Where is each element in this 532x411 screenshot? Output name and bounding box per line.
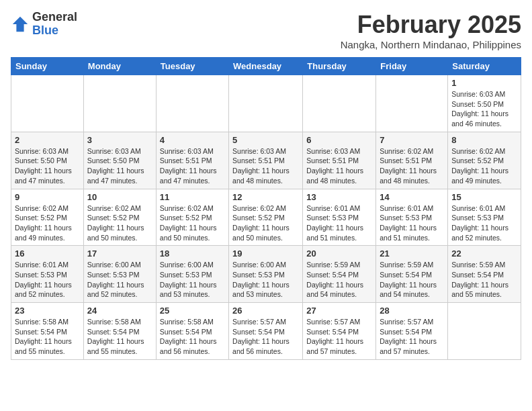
calendar-header-sunday: Sunday (11, 58, 84, 75)
day-number: 24 (87, 306, 152, 316)
day-info: Sunrise: 5:58 AM Sunset: 5:54 PM Dayligh… (15, 317, 80, 357)
calendar-cell: 2Sunrise: 6:03 AM Sunset: 5:50 PM Daylig… (11, 132, 84, 189)
calendar-title: February 2025 (341, 11, 521, 39)
logo: General Blue (11, 11, 77, 38)
day-number: 27 (306, 306, 372, 316)
calendar-cell: 8Sunrise: 6:02 AM Sunset: 5:52 PM Daylig… (448, 132, 521, 189)
calendar-cell: 5Sunrise: 6:03 AM Sunset: 5:51 PM Daylig… (229, 132, 303, 189)
day-number: 10 (87, 192, 152, 202)
day-number: 16 (15, 248, 80, 259)
calendar-cell: 4Sunrise: 6:03 AM Sunset: 5:51 PM Daylig… (156, 132, 228, 189)
day-info: Sunrise: 5:58 AM Sunset: 5:54 PM Dayligh… (160, 317, 225, 357)
day-info: Sunrise: 6:02 AM Sunset: 5:52 PM Dayligh… (451, 146, 517, 186)
day-info: Sunrise: 5:57 AM Sunset: 5:54 PM Dayligh… (306, 317, 372, 357)
calendar-cell: 25Sunrise: 5:58 AM Sunset: 5:54 PM Dayli… (156, 303, 228, 360)
day-info: Sunrise: 6:01 AM Sunset: 5:53 PM Dayligh… (306, 203, 372, 243)
day-number: 26 (232, 306, 299, 316)
day-info: Sunrise: 6:03 AM Sunset: 5:50 PM Dayligh… (87, 146, 152, 186)
calendar-cell: 6Sunrise: 6:03 AM Sunset: 5:51 PM Daylig… (303, 132, 376, 189)
calendar-week-3: 9Sunrise: 6:02 AM Sunset: 5:52 PM Daylig… (11, 189, 521, 246)
day-number: 13 (306, 192, 372, 202)
calendar-cell: 13Sunrise: 6:01 AM Sunset: 5:53 PM Dayli… (303, 189, 376, 246)
day-info: Sunrise: 6:02 AM Sunset: 5:52 PM Dayligh… (87, 203, 152, 243)
calendar-cell: 23Sunrise: 5:58 AM Sunset: 5:54 PM Dayli… (11, 303, 84, 360)
calendar-header-tuesday: Tuesday (156, 58, 228, 75)
page-header: General Blue February 2025 Nangka, North… (11, 11, 521, 50)
calendar-cell: 20Sunrise: 5:59 AM Sunset: 5:54 PM Dayli… (303, 246, 376, 303)
calendar-cell: 15Sunrise: 6:01 AM Sunset: 5:53 PM Dayli… (448, 189, 521, 246)
day-number: 15 (451, 192, 517, 202)
calendar-cell: 27Sunrise: 5:57 AM Sunset: 5:54 PM Dayli… (303, 303, 376, 360)
calendar-cell (156, 75, 228, 132)
calendar-table: SundayMondayTuesdayWednesdayThursdayFrid… (11, 57, 521, 360)
calendar-cell: 3Sunrise: 6:03 AM Sunset: 5:50 PM Daylig… (83, 132, 156, 189)
logo-blue: Blue (32, 24, 58, 37)
calendar-cell: 19Sunrise: 6:00 AM Sunset: 5:53 PM Dayli… (229, 246, 303, 303)
day-info: Sunrise: 6:00 AM Sunset: 5:53 PM Dayligh… (160, 260, 225, 300)
day-info: Sunrise: 6:03 AM Sunset: 5:51 PM Dayligh… (160, 146, 225, 186)
day-info: Sunrise: 6:02 AM Sunset: 5:52 PM Dayligh… (15, 203, 80, 243)
calendar-cell: 10Sunrise: 6:02 AM Sunset: 5:52 PM Dayli… (83, 189, 156, 246)
day-number: 7 (380, 135, 444, 145)
calendar-cell: 21Sunrise: 5:59 AM Sunset: 5:54 PM Dayli… (376, 246, 448, 303)
logo-general: General (32, 10, 77, 24)
day-number: 12 (232, 192, 299, 202)
day-number: 1 (451, 78, 517, 88)
day-info: Sunrise: 6:02 AM Sunset: 5:52 PM Dayligh… (232, 203, 299, 243)
day-info: Sunrise: 5:57 AM Sunset: 5:54 PM Dayligh… (232, 317, 299, 357)
day-info: Sunrise: 6:00 AM Sunset: 5:53 PM Dayligh… (87, 260, 152, 300)
day-info: Sunrise: 6:03 AM Sunset: 5:51 PM Dayligh… (232, 146, 299, 186)
calendar-header-row: SundayMondayTuesdayWednesdayThursdayFrid… (11, 58, 521, 75)
day-number: 14 (380, 192, 444, 202)
calendar-cell (229, 75, 303, 132)
calendar-location: Nangka, Northern Mindanao, Philippines (341, 39, 521, 50)
calendar-cell: 7Sunrise: 6:02 AM Sunset: 5:51 PM Daylig… (376, 132, 448, 189)
day-info: Sunrise: 6:02 AM Sunset: 5:51 PM Dayligh… (380, 146, 444, 186)
calendar-cell (376, 75, 448, 132)
day-number: 22 (451, 248, 517, 259)
day-info: Sunrise: 6:01 AM Sunset: 5:53 PM Dayligh… (451, 203, 517, 243)
day-info: Sunrise: 6:03 AM Sunset: 5:50 PM Dayligh… (15, 146, 80, 186)
calendar-cell (303, 75, 376, 132)
calendar-cell: 16Sunrise: 6:01 AM Sunset: 5:53 PM Dayli… (11, 246, 84, 303)
day-number: 18 (160, 248, 225, 259)
calendar-cell: 28Sunrise: 5:57 AM Sunset: 5:54 PM Dayli… (376, 303, 448, 360)
logo-text: General Blue (32, 11, 77, 38)
day-number: 11 (160, 192, 225, 202)
calendar-cell: 17Sunrise: 6:00 AM Sunset: 5:53 PM Dayli… (83, 246, 156, 303)
calendar-cell: 9Sunrise: 6:02 AM Sunset: 5:52 PM Daylig… (11, 189, 84, 246)
calendar-cell: 11Sunrise: 6:02 AM Sunset: 5:52 PM Dayli… (156, 189, 228, 246)
day-number: 19 (232, 248, 299, 259)
calendar-week-2: 2Sunrise: 6:03 AM Sunset: 5:50 PM Daylig… (11, 132, 521, 189)
calendar-week-4: 16Sunrise: 6:01 AM Sunset: 5:53 PM Dayli… (11, 246, 521, 303)
day-number: 20 (306, 248, 372, 259)
day-info: Sunrise: 5:57 AM Sunset: 5:54 PM Dayligh… (380, 317, 444, 357)
calendar-week-5: 23Sunrise: 5:58 AM Sunset: 5:54 PM Dayli… (11, 303, 521, 360)
calendar-header-wednesday: Wednesday (229, 58, 303, 75)
logo-icon (11, 15, 30, 34)
day-number: 8 (451, 135, 517, 145)
calendar-cell: 18Sunrise: 6:00 AM Sunset: 5:53 PM Dayli… (156, 246, 228, 303)
calendar-week-1: 1Sunrise: 6:03 AM Sunset: 5:50 PM Daylig… (11, 75, 521, 132)
calendar-header-thursday: Thursday (303, 58, 376, 75)
calendar-cell: 12Sunrise: 6:02 AM Sunset: 5:52 PM Dayli… (229, 189, 303, 246)
day-number: 6 (306, 135, 372, 145)
day-number: 23 (15, 306, 80, 316)
calendar-cell: 26Sunrise: 5:57 AM Sunset: 5:54 PM Dayli… (229, 303, 303, 360)
day-info: Sunrise: 6:02 AM Sunset: 5:52 PM Dayligh… (160, 203, 225, 243)
day-number: 28 (380, 306, 444, 316)
calendar-header-monday: Monday (83, 58, 156, 75)
day-info: Sunrise: 6:00 AM Sunset: 5:53 PM Dayligh… (232, 260, 299, 300)
calendar-cell: 1Sunrise: 6:03 AM Sunset: 5:50 PM Daylig… (448, 75, 521, 132)
day-info: Sunrise: 5:58 AM Sunset: 5:54 PM Dayligh… (87, 317, 152, 357)
day-number: 25 (160, 306, 225, 316)
calendar-cell (11, 75, 84, 132)
svg-marker-0 (13, 17, 28, 32)
calendar-header-saturday: Saturday (448, 58, 521, 75)
title-block: February 2025 Nangka, Northern Mindanao,… (341, 11, 521, 50)
day-info: Sunrise: 6:01 AM Sunset: 5:53 PM Dayligh… (15, 260, 80, 300)
day-number: 4 (160, 135, 225, 145)
calendar-header-friday: Friday (376, 58, 448, 75)
day-number: 5 (232, 135, 299, 145)
day-number: 2 (15, 135, 80, 145)
